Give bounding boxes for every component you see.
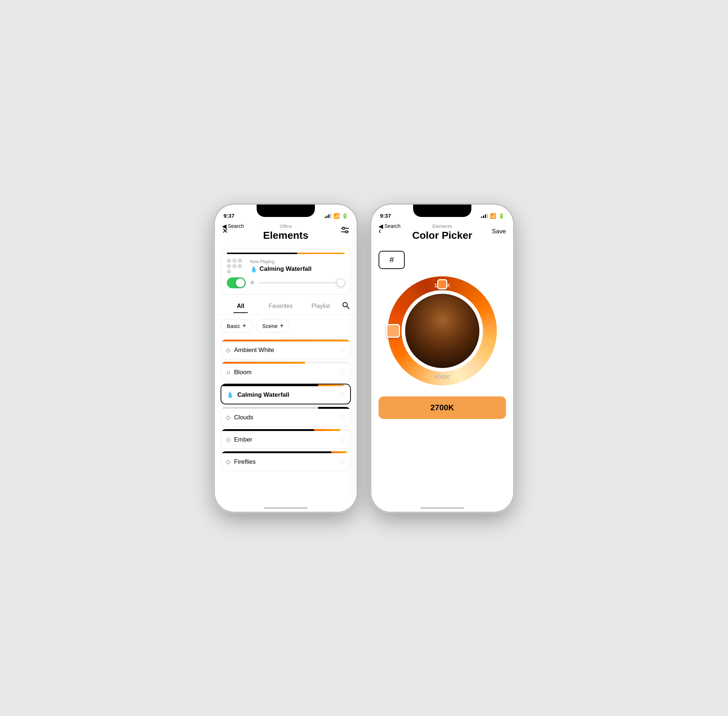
adjust-button[interactable] (341, 226, 349, 235)
clouds-icon: ◇ (226, 414, 231, 421)
back-button-2[interactable]: ‹ (379, 226, 381, 236)
screen-color-picker: 9:37 📶 🔋 ◀ Search Elements Color Picker … (371, 205, 513, 512)
fireflies-black-fill (221, 451, 331, 453)
battery-icon-2: 🔋 (498, 213, 505, 219)
search-tab-icon[interactable] (341, 302, 351, 314)
bloom-heart-icon[interactable]: ♡ (339, 368, 346, 377)
status-time-2: 9:37 (380, 212, 391, 219)
svg-line-5 (347, 306, 349, 309)
clouds-row: ◇ Clouds ♡ (221, 409, 350, 426)
now-playing-title: 💧 Calming Waterfall (250, 265, 345, 273)
color-wheel-container[interactable]: 1500K 4000K (371, 269, 513, 389)
scene-category-button[interactable]: Scene + (256, 319, 290, 333)
temp-label-bottom: 4000K (435, 374, 449, 380)
fireflies-slider (221, 451, 350, 453)
clouds-slider (221, 407, 350, 409)
ember-heart-icon[interactable]: ♡ (339, 435, 346, 444)
phone-1: 9:37 📶 🔋 ◀ Search Office Elements ✕ (215, 205, 357, 512)
home-indicator-1 (264, 507, 308, 509)
tab-favorites[interactable]: Favorites (261, 303, 301, 313)
brightness-thumb (337, 279, 345, 287)
bloom-row: ♫ Bloom ♡ (221, 364, 350, 381)
notch-1 (256, 205, 315, 217)
tab-playlist[interactable]: Playlist (301, 303, 341, 313)
color-selector-top[interactable] (437, 279, 447, 290)
snowflake-dot (232, 258, 237, 263)
ember-name: Ember (234, 436, 339, 443)
ember-icon: ◇ (226, 436, 231, 443)
sliders-icon (341, 226, 349, 234)
calming-waterfall-orange-fill (318, 384, 344, 386)
scene-item-fireflies[interactable]: ◇ Fireflies ♡ (221, 451, 351, 471)
category-row: Basic + Scene + (215, 315, 357, 337)
wifi-icon-2: 📶 (490, 213, 496, 219)
calming-waterfall-row: 💧 Calming Waterfall ♡ (221, 386, 350, 404)
color-selector-left[interactable] (386, 324, 400, 338)
scene-item-calming-waterfall[interactable]: 💧 Calming Waterfall ♡ (221, 384, 351, 404)
progress-fill-orange (297, 253, 345, 254)
snowflake-icon-group (227, 258, 246, 274)
ambient-white-name: Ambient White (234, 347, 339, 354)
page-title-color-picker: Color Picker (379, 230, 506, 241)
status-icons-1: 📶 🔋 (325, 213, 348, 219)
clouds-heart-icon[interactable]: ♡ (339, 413, 346, 422)
scene-item-ambient-white[interactable]: ◇ Ambient White ♡ (221, 339, 351, 359)
temperature-button[interactable]: 2700K (379, 396, 506, 419)
status-icons-2: 📶 🔋 (481, 213, 505, 219)
ambient-white-slider (221, 340, 350, 341)
bloom-slider (221, 362, 350, 364)
brightness-icon: ☀ (249, 279, 255, 287)
snowflake-dot (232, 264, 237, 268)
power-toggle[interactable] (227, 278, 246, 288)
scene-item-bloom[interactable]: ♫ Bloom ♡ (221, 361, 351, 381)
ember-slider (221, 429, 350, 431)
now-playing-label: Now Playing (250, 259, 345, 264)
calming-waterfall-icon: 💧 (226, 391, 234, 398)
page-title-elements: Elements (222, 230, 349, 241)
basic-label: Basic (227, 323, 240, 329)
office-label: Office (222, 223, 349, 229)
tab-all[interactable]: All (221, 303, 261, 313)
progress-bar[interactable] (227, 253, 345, 254)
search-icon (342, 302, 349, 309)
phone-2: 9:37 📶 🔋 ◀ Search Elements Color Picker … (371, 205, 513, 512)
fireflies-name: Fireflies (234, 458, 339, 466)
wifi-icon-1: 📶 (334, 213, 340, 219)
scene-item-ember[interactable]: ◇ Ember ♡ (221, 429, 351, 449)
snowflake-dot (238, 264, 242, 268)
calming-waterfall-black-fill (221, 384, 318, 386)
hash-input-container: # (379, 251, 405, 269)
scene-item-clouds[interactable]: ◇ Clouds ♡ (221, 407, 351, 426)
hex-input-box[interactable]: # (379, 251, 405, 269)
svg-point-1 (343, 227, 345, 229)
snowflake-dot (227, 269, 231, 274)
signal-icon-2 (481, 214, 488, 218)
clouds-black-fill (318, 407, 350, 409)
calming-waterfall-slider (221, 384, 350, 386)
ambient-white-fill (221, 340, 350, 341)
save-button[interactable]: Save (492, 228, 506, 235)
fireflies-row: ◇ Fireflies ♡ (221, 453, 350, 471)
close-button[interactable]: ✕ (222, 226, 228, 235)
ember-row: ◇ Ember ♡ (221, 431, 350, 449)
fireflies-heart-icon[interactable]: ♡ (339, 458, 346, 466)
calming-waterfall-name: Calming Waterfall (237, 391, 338, 399)
signal-icon-1 (325, 214, 331, 218)
tabs-row: All Favorites Playlist (215, 297, 357, 315)
ambient-white-heart-icon[interactable]: ♡ (339, 346, 346, 355)
color-wheel-wrapper: 1500K 4000K (388, 276, 497, 385)
battery-icon-1: 🔋 (342, 213, 348, 219)
fireflies-icon: ◇ (226, 458, 231, 465)
snowflake-dot (238, 258, 242, 263)
basic-category-button[interactable]: Basic + (221, 319, 252, 333)
ambient-white-icon: ◇ (226, 347, 231, 353)
snowflake-dot (227, 258, 231, 263)
brightness-slider[interactable] (259, 282, 345, 284)
scene-label: Scene (262, 323, 278, 329)
calming-waterfall-heart-icon[interactable]: ♡ (338, 391, 345, 399)
bloom-icon: ♫ (226, 369, 231, 376)
now-playing-card: Now Playing 💧 Calming Waterfall ☀ (221, 248, 351, 294)
now-playing-info: Now Playing 💧 Calming Waterfall (227, 258, 345, 274)
brightness-row: ☀ (227, 278, 345, 288)
snowflake-dot (227, 264, 231, 268)
